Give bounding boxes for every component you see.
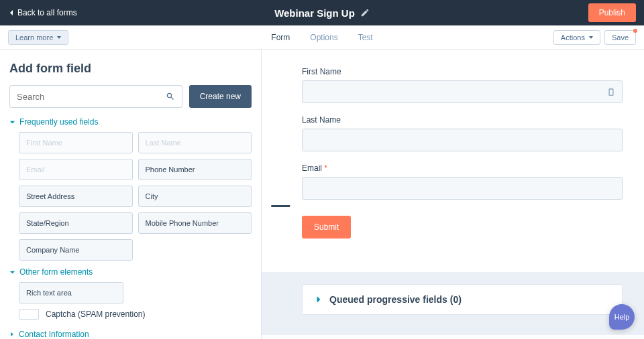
- input-email[interactable]: [302, 177, 623, 200]
- field-chip-mobile-phone[interactable]: Mobile Phone Number: [138, 212, 252, 234]
- help-button[interactable]: Help: [609, 304, 635, 330]
- section-other-elements: Other form elements Rich text area Captc…: [9, 267, 252, 320]
- field-chip-phone-number[interactable]: Phone Number: [138, 159, 252, 180]
- progressive-title: Queued progressive fields (0): [329, 294, 462, 305]
- submit-button[interactable]: Submit: [302, 216, 351, 239]
- save-button[interactable]: Save: [604, 30, 636, 45]
- clipboard-icon[interactable]: [606, 87, 616, 96]
- chevron-down-icon: [9, 119, 15, 125]
- section-contact-info[interactable]: Contact Information: [9, 326, 252, 339]
- captcha-toggle[interactable]: [19, 309, 39, 320]
- left-panel: Add form field Create new Frequently use…: [0, 50, 262, 339]
- chevron-right-icon: [315, 295, 323, 303]
- chevron-left-icon: [8, 9, 15, 16]
- search-row: Create new: [9, 85, 252, 108]
- field-chip-last-name[interactable]: Last Name: [138, 132, 252, 153]
- other-field-grid: Rich text area: [9, 282, 252, 303]
- section-head-other[interactable]: Other form elements: [9, 267, 252, 277]
- right-buttons: Actions Save: [553, 30, 636, 45]
- field-chip-city[interactable]: City: [138, 186, 252, 207]
- progressive-section: Queued progressive fields (0): [262, 272, 644, 335]
- field-chip-rich-text[interactable]: Rich text area: [19, 282, 123, 303]
- field-chip-state-region[interactable]: State/Region: [19, 212, 133, 234]
- search-box: [9, 85, 182, 108]
- tab-form[interactable]: Form: [271, 0, 290, 207]
- publish-button[interactable]: Publish: [588, 3, 636, 22]
- collapsed-sections: Contact Information Social Media Informa…: [9, 326, 252, 339]
- back-label: Back to all forms: [17, 8, 77, 17]
- field-chip-company-name[interactable]: Company Name: [19, 239, 133, 261]
- chevron-down-icon: [9, 269, 15, 275]
- body: Add form field Create new Frequently use…: [0, 50, 644, 339]
- left-title: Add form field: [9, 62, 252, 76]
- tabs: Form Options Test: [271, 0, 372, 207]
- chevron-right-icon: [9, 332, 15, 337]
- actions-button[interactable]: Actions: [553, 30, 600, 45]
- field-chip-street-address[interactable]: Street Address: [19, 186, 133, 207]
- section-frequently-used: Frequently used fields First Name Last N…: [9, 117, 252, 261]
- captcha-row: Captcha (SPAM prevention): [9, 309, 252, 320]
- progressive-card[interactable]: Queued progressive fields (0): [302, 284, 623, 315]
- tab-options[interactable]: Options: [310, 0, 337, 207]
- back-to-forms-link[interactable]: Back to all forms: [8, 8, 77, 17]
- input-last-name[interactable]: [302, 129, 623, 151]
- field-chip-email[interactable]: Email: [19, 159, 133, 180]
- learn-more-button[interactable]: Learn more: [8, 30, 68, 45]
- search-icon: [166, 92, 175, 101]
- section-head-frequently-used[interactable]: Frequently used fields: [9, 117, 252, 127]
- create-new-button[interactable]: Create new: [189, 85, 252, 108]
- freq-field-grid: First Name Last Name Email Phone Number …: [9, 132, 252, 261]
- input-first-name[interactable]: [302, 80, 623, 103]
- right-panel: First Name Last Name Email * Submit Queu…: [262, 50, 644, 339]
- sub-bar: Learn more Form Options Test Actions Sav…: [0, 25, 644, 50]
- tab-test[interactable]: Test: [358, 0, 373, 207]
- field-chip-first-name[interactable]: First Name: [19, 132, 133, 153]
- search-input[interactable]: [17, 92, 166, 102]
- captcha-label: Captcha (SPAM prevention): [46, 310, 146, 319]
